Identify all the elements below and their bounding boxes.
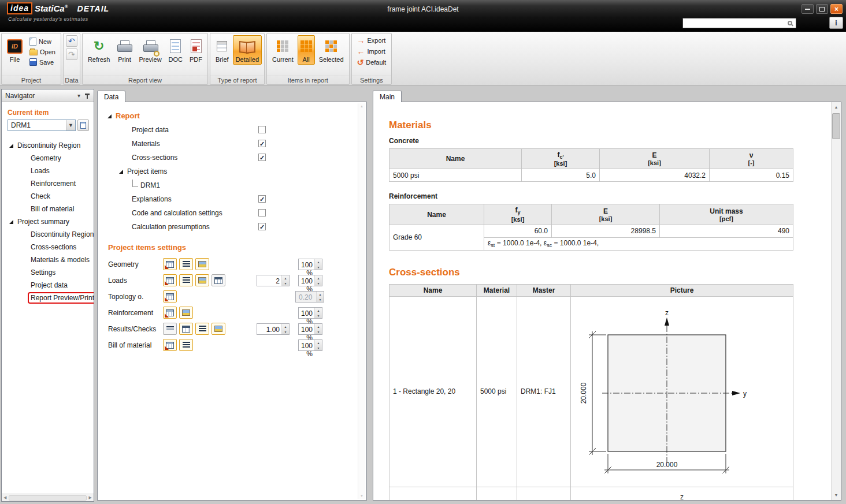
cross-sections-checkbox[interactable]: ✓ bbox=[258, 154, 266, 161]
loads-count-spinner[interactable]: 2 ▲▼ bbox=[257, 275, 290, 286]
navigator-hscrollbar[interactable]: ◀ ▶ bbox=[2, 494, 94, 501]
tree-item-loads[interactable]: Loads bbox=[2, 165, 94, 177]
pdf-export-button[interactable]: PDF bbox=[187, 35, 205, 65]
minimize-button[interactable] bbox=[802, 4, 814, 14]
list-icon-button[interactable] bbox=[195, 323, 209, 335]
spinner-arrows[interactable]: ▲▼ bbox=[314, 324, 322, 334]
print-button[interactable]: Print bbox=[114, 35, 135, 65]
tab-main[interactable]: Main bbox=[373, 91, 402, 102]
image-icon-button[interactable] bbox=[179, 307, 193, 319]
results-scale-spinner[interactable]: 100 % ▲▼ bbox=[298, 323, 322, 335]
tree-item-cross-sections[interactable]: Cross-sections bbox=[2, 241, 94, 253]
scroll-down-icon[interactable]: ▼ bbox=[360, 494, 363, 498]
current-item-select[interactable]: DRM1 ▼ bbox=[8, 120, 76, 131]
all-items-button[interactable]: All bbox=[298, 35, 315, 65]
brief-button[interactable]: Brief bbox=[213, 35, 232, 65]
reinforcement-scale-spinner[interactable]: 100 % ▲▼ bbox=[298, 307, 322, 319]
scroll-right-icon[interactable]: ▶ bbox=[87, 495, 94, 500]
tree-item-project-data[interactable]: Project data bbox=[2, 279, 94, 292]
calc-presumptions-checkbox[interactable]: ✓ bbox=[258, 223, 266, 230]
scroll-down-icon[interactable]: ▼ bbox=[832, 490, 841, 500]
default-settings-button[interactable]: ↺Default bbox=[354, 57, 389, 67]
search-input[interactable] bbox=[683, 19, 788, 27]
selected-items-button[interactable]: Selected bbox=[316, 35, 347, 65]
search-icon[interactable] bbox=[788, 21, 792, 25]
expander-icon[interactable] bbox=[119, 170, 123, 174]
export-table-icon-button[interactable] bbox=[163, 339, 177, 351]
export-settings-button[interactable]: →Export bbox=[354, 35, 389, 45]
main-panel-scrollbar[interactable]: ▲ ▼ bbox=[831, 102, 841, 500]
spinner-arrows[interactable]: ▲▼ bbox=[314, 275, 322, 286]
undo-button[interactable]: ↶ bbox=[66, 35, 77, 47]
spinner-arrows[interactable]: ▲▼ bbox=[314, 340, 322, 350]
scroll-up-icon[interactable]: ▲ bbox=[832, 102, 841, 112]
tree-item-report-preview-print[interactable]: Report Preview/Print bbox=[2, 292, 94, 304]
scroll-up-icon[interactable]: ▲ bbox=[360, 104, 363, 108]
save-button[interactable]: Save bbox=[27, 57, 58, 67]
spinner-arrows[interactable]: ▲▼ bbox=[314, 259, 322, 270]
doc-export-button[interactable]: DOC bbox=[166, 35, 185, 65]
loads-scale-spinner[interactable]: 100 % ▲▼ bbox=[298, 275, 322, 286]
project-data-checkbox[interactable] bbox=[258, 126, 266, 133]
report-tree-root[interactable]: Report bbox=[98, 109, 366, 123]
hscroll-track[interactable] bbox=[9, 495, 86, 501]
tree-section-discontinuity-region[interactable]: Discontinuity Region bbox=[2, 139, 94, 152]
expander-icon[interactable] bbox=[9, 144, 13, 148]
tree-item-reinforcement[interactable]: Reinforcement bbox=[2, 177, 94, 190]
new-button[interactable]: New bbox=[27, 36, 58, 46]
tab-data[interactable]: Data bbox=[97, 91, 125, 102]
tree-item-geometry[interactable]: Geometry bbox=[2, 152, 94, 165]
preview-button[interactable]: Preview bbox=[136, 35, 164, 65]
pin-icon[interactable] bbox=[84, 93, 90, 99]
compact-list-icon-button[interactable] bbox=[163, 323, 177, 335]
file-button[interactable]: File bbox=[4, 35, 25, 65]
image-icon-button[interactable] bbox=[195, 274, 209, 286]
current-items-button[interactable]: Current bbox=[269, 35, 296, 65]
chevron-down-icon[interactable]: ▾ bbox=[77, 92, 80, 99]
bom-scale-spinner[interactable]: 100 % ▲▼ bbox=[298, 339, 322, 351]
spinner-arrows[interactable]: ▲▼ bbox=[314, 308, 322, 318]
tree-item-discontinuity-region-summary[interactable]: Discontinuity Region bbox=[2, 228, 94, 241]
tree-item-materials-models[interactable]: Materials & models bbox=[2, 253, 94, 266]
refresh-button[interactable]: ↻ Refresh bbox=[85, 35, 113, 65]
close-button[interactable]: × bbox=[830, 4, 843, 14]
export-table-icon-button[interactable] bbox=[163, 290, 177, 303]
tree-item-settings[interactable]: Settings bbox=[2, 266, 94, 279]
tree-section-project-summary[interactable]: Project summary bbox=[2, 215, 94, 228]
open-button[interactable]: Open bbox=[27, 47, 58, 57]
export-table-icon-button[interactable] bbox=[163, 274, 177, 286]
combo-dropdown-icon[interactable]: ▼ bbox=[66, 120, 75, 130]
detailed-button[interactable]: Detailed bbox=[233, 35, 262, 65]
red-highlight-annotation[interactable]: Report Preview/Print bbox=[28, 292, 94, 304]
report-item-drm1[interactable]: DRM1 bbox=[98, 178, 366, 192]
data-panel-scrollbar[interactable]: ▲▼ bbox=[358, 103, 365, 499]
export-table-icon-button[interactable] bbox=[163, 258, 177, 270]
tree-item-check[interactable]: Check bbox=[2, 190, 94, 203]
materials-checkbox[interactable]: ✓ bbox=[258, 140, 266, 147]
export-table-icon-button[interactable] bbox=[163, 307, 177, 319]
tree-item-bill-of-material[interactable]: Bill of material bbox=[2, 203, 94, 215]
expander-icon[interactable] bbox=[9, 220, 13, 224]
search-box[interactable] bbox=[682, 18, 796, 28]
spinner-arrows[interactable]: ▲▼ bbox=[281, 324, 289, 334]
report-item-project-items[interactable]: Project items bbox=[98, 165, 366, 178]
copy-item-button[interactable] bbox=[77, 120, 89, 131]
redo-button[interactable]: ↷ bbox=[66, 48, 77, 60]
expander-icon[interactable] bbox=[107, 114, 112, 118]
maximize-button[interactable] bbox=[816, 4, 828, 14]
scroll-left-icon[interactable]: ◀ bbox=[2, 495, 8, 500]
spinner-arrows[interactable]: ▲▼ bbox=[281, 275, 289, 286]
list-icon-button[interactable] bbox=[179, 258, 193, 270]
list-icon-button[interactable] bbox=[179, 274, 193, 286]
detailed-table-icon-button[interactable] bbox=[179, 323, 193, 335]
scrollbar-thumb[interactable] bbox=[832, 113, 840, 139]
explanations-checkbox[interactable]: ✓ bbox=[258, 195, 266, 203]
image-icon-button[interactable] bbox=[195, 258, 209, 270]
image-icon-button[interactable] bbox=[212, 323, 225, 335]
import-settings-button[interactable]: ←Import bbox=[354, 46, 388, 56]
info-button[interactable]: i bbox=[829, 17, 843, 29]
geometry-scale-spinner[interactable]: 100 % ▲▼ bbox=[298, 259, 322, 270]
detailed-table-icon-button[interactable] bbox=[212, 274, 225, 286]
list-icon-button[interactable] bbox=[179, 339, 193, 351]
results-value-spinner[interactable]: 1.00 ▲▼ bbox=[257, 323, 290, 335]
